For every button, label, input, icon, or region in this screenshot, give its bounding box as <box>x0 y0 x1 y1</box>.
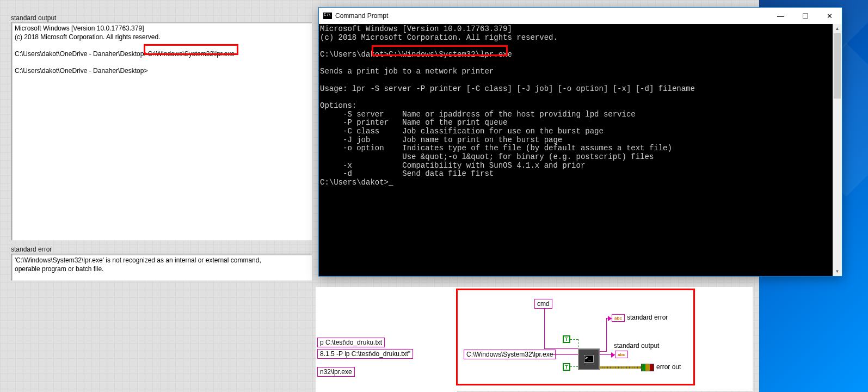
close-button[interactable]: ✕ <box>817 8 842 24</box>
error-out-label: error out <box>656 363 681 371</box>
wire <box>600 351 606 352</box>
stderr-label: standard error <box>11 246 52 253</box>
wire <box>544 348 578 349</box>
cmd-label-box: cmd <box>534 299 552 309</box>
wire <box>570 366 578 367</box>
bool-true-2: T <box>563 363 570 371</box>
string-const-path: C:\Windows\System32\lpr.exe <box>464 350 556 359</box>
stderr-indicator-bd: abc <box>612 314 625 322</box>
wire <box>606 318 607 352</box>
minimize-button[interactable]: — <box>768 8 793 24</box>
bool-true-1: T <box>563 335 570 343</box>
error-out-indicator <box>641 364 654 371</box>
cmd-titlebar[interactable]: Command Prompt — ☐ ✕ <box>319 8 842 24</box>
stdout-indicator-bd: abc <box>615 351 628 358</box>
command-prompt-window[interactable]: Command Prompt — ☐ ✕ Microsoft Windows [… <box>318 7 842 277</box>
cmd-title-text: Command Prompt <box>335 12 768 20</box>
scroll-down-icon[interactable]: ▼ <box>833 267 842 276</box>
stdout-indicator[interactable]: Microsoft Windows [Version 10.0.17763.37… <box>11 22 312 241</box>
stdout-label-bd: standard output <box>614 342 659 350</box>
wire <box>570 339 578 340</box>
scroll-thumb[interactable] <box>834 33 841 99</box>
annotation-redbox-bd <box>456 289 695 385</box>
cmd-body-text[interactable]: Microsoft Windows [Version 10.0.17763.37… <box>319 24 842 276</box>
error-wire <box>600 366 641 369</box>
wire <box>553 354 578 355</box>
maximize-button[interactable]: ☐ <box>793 8 817 24</box>
string-const-crop-2: 8.1.5 -P lp C:\test\do_druku.txt" <box>317 349 413 359</box>
stderr-indicator[interactable]: 'C:\Windows\System32\lpr.exe' is not rec… <box>11 254 312 281</box>
stdout-label: standard output <box>11 14 56 22</box>
wire <box>544 308 545 348</box>
string-const-crop-1: p C:\test\do_druku.txt <box>317 338 385 347</box>
stderr-label-bd: standard error <box>627 314 668 321</box>
cmd-icon <box>323 13 332 19</box>
string-const-crop-3: n32\lpr.exe <box>317 367 355 377</box>
cmd-scrollbar[interactable]: ▲ ▼ <box>833 24 842 276</box>
scroll-up-icon[interactable]: ▲ <box>833 24 842 33</box>
system-exec-node[interactable] <box>578 348 600 370</box>
terminal-icon <box>584 355 594 363</box>
